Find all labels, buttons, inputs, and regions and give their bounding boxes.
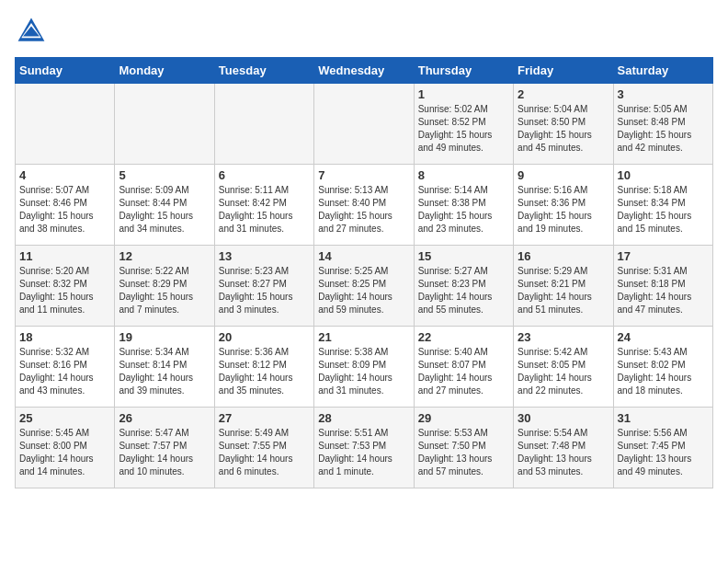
day-number: 8 (418, 168, 509, 182)
day-info: Sunrise: 5:38 AM Sunset: 8:09 PM Dayligh… (318, 346, 409, 397)
day-number: 17 (618, 249, 709, 263)
day-number: 1 (418, 87, 509, 101)
day-info: Sunrise: 5:31 AM Sunset: 8:18 PM Dayligh… (618, 265, 709, 316)
day-info: Sunrise: 5:40 AM Sunset: 8:07 PM Dayligh… (418, 346, 509, 397)
calendar-week-2: 4Sunrise: 5:07 AM Sunset: 8:46 PM Daylig… (16, 165, 713, 246)
day-number: 30 (518, 411, 609, 425)
day-info: Sunrise: 5:11 AM Sunset: 8:42 PM Dayligh… (219, 184, 310, 236)
calendar-day: 11Sunrise: 5:20 AM Sunset: 8:32 PM Dayli… (16, 246, 115, 327)
day-number: 9 (518, 168, 609, 182)
day-number: 3 (618, 87, 709, 101)
day-number: 26 (119, 411, 210, 425)
calendar-week-1: 1Sunrise: 5:02 AM Sunset: 8:52 PM Daylig… (16, 84, 713, 165)
day-number: 31 (618, 411, 709, 425)
day-number: 11 (19, 249, 110, 263)
day-info: Sunrise: 5:07 AM Sunset: 8:46 PM Dayligh… (19, 184, 110, 236)
calendar-day (214, 84, 313, 165)
calendar-day: 4Sunrise: 5:07 AM Sunset: 8:46 PM Daylig… (16, 165, 115, 246)
day-info: Sunrise: 5:51 AM Sunset: 7:53 PM Dayligh… (318, 427, 409, 478)
day-info: Sunrise: 5:32 AM Sunset: 8:16 PM Dayligh… (19, 346, 110, 397)
calendar-day: 13Sunrise: 5:23 AM Sunset: 8:27 PM Dayli… (214, 246, 313, 327)
calendar-day: 12Sunrise: 5:22 AM Sunset: 8:29 PM Dayli… (115, 246, 214, 327)
calendar-day: 22Sunrise: 5:40 AM Sunset: 8:07 PM Dayli… (414, 327, 513, 408)
calendar-day: 3Sunrise: 5:05 AM Sunset: 8:48 PM Daylig… (613, 84, 712, 165)
day-info: Sunrise: 5:02 AM Sunset: 8:52 PM Dayligh… (418, 103, 509, 155)
calendar-day: 20Sunrise: 5:36 AM Sunset: 8:12 PM Dayli… (214, 327, 313, 408)
day-number: 29 (418, 411, 509, 425)
day-info: Sunrise: 5:16 AM Sunset: 8:36 PM Dayligh… (518, 184, 609, 236)
day-info: Sunrise: 5:53 AM Sunset: 7:50 PM Dayligh… (418, 427, 509, 478)
day-number: 13 (219, 249, 310, 263)
day-number: 18 (19, 330, 110, 344)
calendar-day: 26Sunrise: 5:47 AM Sunset: 7:57 PM Dayli… (115, 408, 214, 488)
calendar-week-3: 11Sunrise: 5:20 AM Sunset: 8:32 PM Dayli… (16, 246, 713, 327)
dow-header-monday: Monday (115, 58, 214, 84)
calendar-day: 9Sunrise: 5:16 AM Sunset: 8:36 PM Daylig… (514, 165, 613, 246)
day-number: 14 (318, 249, 409, 263)
calendar-day: 29Sunrise: 5:53 AM Sunset: 7:50 PM Dayli… (414, 408, 513, 488)
calendar-day (16, 84, 115, 165)
dow-header-wednesday: Wednesday (314, 58, 414, 84)
day-info: Sunrise: 5:20 AM Sunset: 8:32 PM Dayligh… (19, 265, 110, 316)
logo (15, 15, 51, 48)
day-number: 6 (219, 168, 310, 182)
day-number: 27 (219, 411, 310, 425)
calendar-day: 31Sunrise: 5:56 AM Sunset: 7:45 PM Dayli… (613, 408, 712, 488)
day-info: Sunrise: 5:29 AM Sunset: 8:21 PM Dayligh… (518, 265, 609, 316)
day-info: Sunrise: 5:56 AM Sunset: 7:45 PM Dayligh… (618, 427, 709, 478)
day-number: 22 (418, 330, 509, 344)
day-number: 10 (618, 168, 709, 182)
calendar-day: 10Sunrise: 5:18 AM Sunset: 8:34 PM Dayli… (613, 165, 712, 246)
day-info: Sunrise: 5:25 AM Sunset: 8:25 PM Dayligh… (318, 265, 409, 316)
day-number: 25 (19, 411, 110, 425)
day-number: 28 (318, 411, 409, 425)
calendar-day: 21Sunrise: 5:38 AM Sunset: 8:09 PM Dayli… (314, 327, 414, 408)
calendar-day: 15Sunrise: 5:27 AM Sunset: 8:23 PM Dayli… (414, 246, 513, 327)
day-number: 12 (119, 249, 210, 263)
day-number: 7 (318, 168, 409, 182)
calendar-day: 14Sunrise: 5:25 AM Sunset: 8:25 PM Dayli… (314, 246, 414, 327)
dow-header-sunday: Sunday (16, 58, 115, 84)
calendar-day: 24Sunrise: 5:43 AM Sunset: 8:02 PM Dayli… (613, 327, 712, 408)
day-info: Sunrise: 5:43 AM Sunset: 8:02 PM Dayligh… (618, 346, 709, 397)
day-info: Sunrise: 5:27 AM Sunset: 8:23 PM Dayligh… (418, 265, 509, 316)
calendar-day: 2Sunrise: 5:04 AM Sunset: 8:50 PM Daylig… (514, 84, 613, 165)
day-number: 15 (418, 249, 509, 263)
day-info: Sunrise: 5:36 AM Sunset: 8:12 PM Dayligh… (219, 346, 310, 397)
calendar-day (115, 84, 214, 165)
calendar-day (314, 84, 414, 165)
day-number: 20 (219, 330, 310, 344)
page-header (15, 15, 713, 48)
day-number: 19 (119, 330, 210, 344)
day-info: Sunrise: 5:04 AM Sunset: 8:50 PM Dayligh… (518, 103, 609, 155)
day-info: Sunrise: 5:47 AM Sunset: 7:57 PM Dayligh… (119, 427, 210, 478)
calendar-day: 28Sunrise: 5:51 AM Sunset: 7:53 PM Dayli… (314, 408, 414, 488)
day-info: Sunrise: 5:45 AM Sunset: 8:00 PM Dayligh… (19, 427, 110, 478)
day-number: 2 (518, 87, 609, 101)
calendar-day: 6Sunrise: 5:11 AM Sunset: 8:42 PM Daylig… (214, 165, 313, 246)
day-info: Sunrise: 5:49 AM Sunset: 7:55 PM Dayligh… (219, 427, 310, 478)
day-info: Sunrise: 5:14 AM Sunset: 8:38 PM Dayligh… (418, 184, 509, 236)
calendar-day: 23Sunrise: 5:42 AM Sunset: 8:05 PM Dayli… (514, 327, 613, 408)
day-number: 23 (518, 330, 609, 344)
day-number: 5 (119, 168, 210, 182)
calendar-day: 30Sunrise: 5:54 AM Sunset: 7:48 PM Dayli… (514, 408, 613, 488)
dow-header-tuesday: Tuesday (214, 58, 313, 84)
calendar-day: 18Sunrise: 5:32 AM Sunset: 8:16 PM Dayli… (16, 327, 115, 408)
calendar-day: 16Sunrise: 5:29 AM Sunset: 8:21 PM Dayli… (514, 246, 613, 327)
dow-header-saturday: Saturday (613, 58, 712, 84)
day-info: Sunrise: 5:05 AM Sunset: 8:48 PM Dayligh… (618, 103, 709, 155)
calendar-day: 1Sunrise: 5:02 AM Sunset: 8:52 PM Daylig… (414, 84, 513, 165)
day-info: Sunrise: 5:23 AM Sunset: 8:27 PM Dayligh… (219, 265, 310, 316)
day-number: 16 (518, 249, 609, 263)
dow-header-friday: Friday (514, 58, 613, 84)
calendar-day: 19Sunrise: 5:34 AM Sunset: 8:14 PM Dayli… (115, 327, 214, 408)
day-info: Sunrise: 5:13 AM Sunset: 8:40 PM Dayligh… (318, 184, 409, 236)
day-info: Sunrise: 5:18 AM Sunset: 8:34 PM Dayligh… (618, 184, 709, 236)
calendar-day: 5Sunrise: 5:09 AM Sunset: 8:44 PM Daylig… (115, 165, 214, 246)
logo-icon (15, 15, 48, 48)
calendar-week-5: 25Sunrise: 5:45 AM Sunset: 8:00 PM Dayli… (16, 408, 713, 488)
calendar-day: 8Sunrise: 5:14 AM Sunset: 8:38 PM Daylig… (414, 165, 513, 246)
calendar-day: 25Sunrise: 5:45 AM Sunset: 8:00 PM Dayli… (16, 408, 115, 488)
day-info: Sunrise: 5:22 AM Sunset: 8:29 PM Dayligh… (119, 265, 210, 316)
